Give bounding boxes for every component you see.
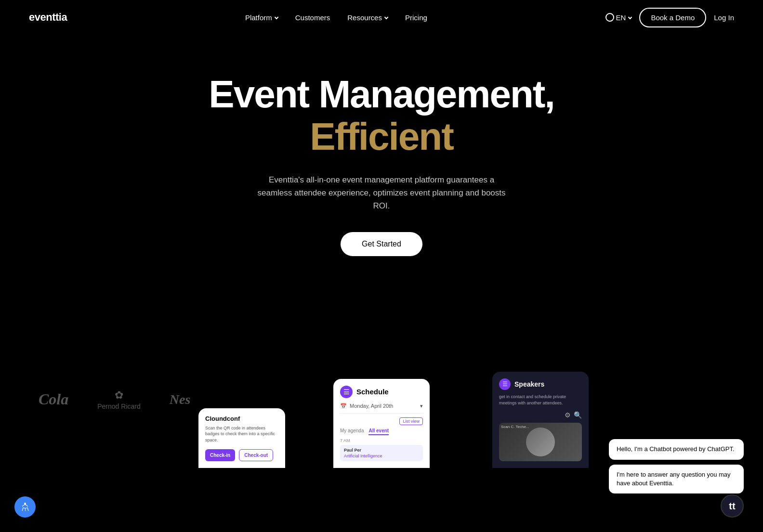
nav-right: EN Book a Demo Log In xyxy=(605,8,734,27)
nav-links: Platform Customers Resources Pricing xyxy=(245,13,427,22)
accessibility-icon xyxy=(19,501,31,513)
tab-all-event[interactable]: All event xyxy=(368,428,389,435)
nav-item-customers[interactable]: Customers xyxy=(295,13,330,22)
speakers-header: ☰ Speakers xyxy=(499,378,582,390)
speaker-photo: Scan C. Teche... xyxy=(499,423,582,461)
checkout-button[interactable]: Check-out xyxy=(239,449,273,461)
hero-section: Event Management, Efficient Eventtia's a… xyxy=(0,35,763,275)
schedule-event-item: Paul Per Artificial Intelligence xyxy=(340,445,423,461)
checkin-button[interactable]: Check-in xyxy=(205,449,235,461)
schedule-tabs: My agenda All event xyxy=(340,428,423,435)
book-demo-button[interactable]: Book a Demo xyxy=(639,8,706,27)
chatbot-bubble-2: I'm here to answer any question you may … xyxy=(609,465,744,493)
schedule-date-row: 📅 Monday, April 20th ▾ xyxy=(340,403,423,414)
chevron-down-icon: ▾ xyxy=(420,403,423,409)
navigation: eventtia Platform Customers Resources Pr… xyxy=(0,0,763,35)
speakers-controls: ⚙ 🔍 xyxy=(499,411,582,419)
get-started-button[interactable]: Get Started xyxy=(341,232,422,256)
schedule-title: Schedule xyxy=(356,388,389,396)
checkin-title: Cloundconf xyxy=(205,415,278,422)
schedule-card: ☰ Schedule 📅 Monday, April 20th ▾ List v… xyxy=(333,379,430,468)
chatbot-bubble-1: Hello, I'm a Chatbot powered by ChatGPT. xyxy=(609,439,744,459)
chatbot-container: Hello, I'm a Chatbot powered by ChatGPT.… xyxy=(609,439,744,493)
calendar-icon: 📅 xyxy=(340,403,347,409)
schedule-icon: ☰ xyxy=(340,386,353,398)
globe-icon xyxy=(605,13,614,22)
checkin-card: Cloundconf Scan the QR code in attendees… xyxy=(198,408,285,468)
schedule-header: ☰ Schedule xyxy=(340,386,423,398)
tab-my-agenda[interactable]: My agenda xyxy=(340,428,364,435)
filter-icon[interactable]: ⚙ xyxy=(565,411,571,419)
speakers-description: get in contact and schedule private meet… xyxy=(499,394,582,406)
nav-item-resources[interactable]: Resources xyxy=(347,13,388,22)
nav-item-platform[interactable]: Platform xyxy=(245,13,278,22)
chatbot-avatar-button[interactable]: tt xyxy=(721,494,744,518)
hero-subtitle: Eventtia's all-in-one event management p… xyxy=(256,173,507,213)
checkin-description: Scan the QR code in attendees badges to … xyxy=(205,425,278,443)
hero-title-line1: Event Management, xyxy=(209,73,554,116)
svg-point-0 xyxy=(24,503,26,505)
speakers-title: Speakers xyxy=(514,380,544,388)
logo[interactable]: eventtia xyxy=(29,11,67,24)
speakers-card: ☰ Speakers get in contact and schedule p… xyxy=(492,372,589,467)
search-icon[interactable]: 🔍 xyxy=(574,411,582,419)
checkin-buttons: Check-in Check-out xyxy=(205,449,278,461)
chevron-down-icon xyxy=(628,15,632,19)
chevron-down-icon xyxy=(274,15,278,19)
nav-item-pricing[interactable]: Pricing xyxy=(405,13,427,22)
list-view-toggle[interactable]: List view xyxy=(399,417,423,425)
chevron-down-icon xyxy=(384,15,388,19)
speakers-icon: ☰ xyxy=(499,378,511,390)
schedule-time-slot: 7 AM xyxy=(340,438,423,443)
language-selector[interactable]: EN xyxy=(605,13,632,22)
login-button[interactable]: Log In xyxy=(714,13,734,22)
hero-title-line2: Efficient xyxy=(310,116,453,158)
accessibility-button[interactable] xyxy=(14,496,36,518)
